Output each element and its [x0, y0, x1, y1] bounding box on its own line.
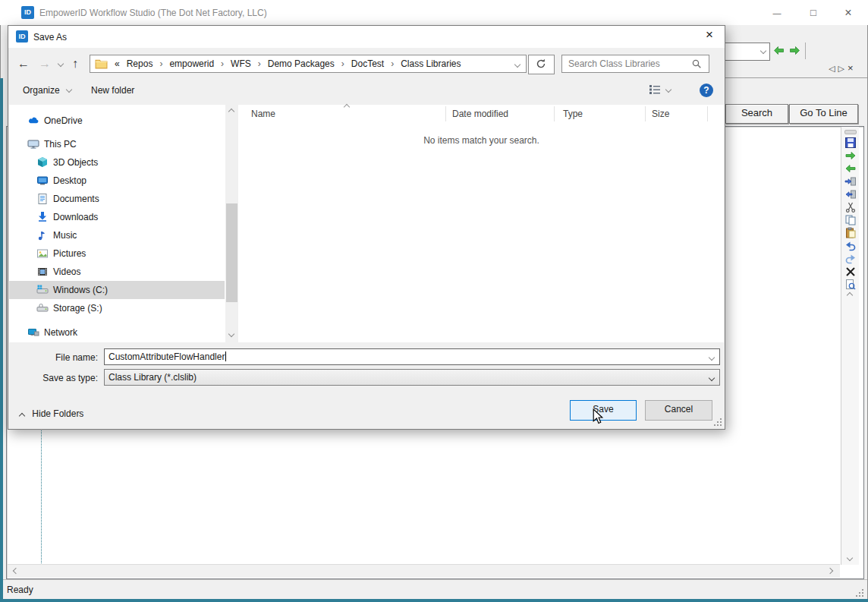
- refresh-icon: [536, 58, 546, 69]
- scrollbar-thumb[interactable]: [226, 203, 237, 302]
- help-button[interactable]: ?: [700, 84, 713, 97]
- nav-back-icon[interactable]: ←: [17, 55, 30, 73]
- scroll-right-icon[interactable]: [827, 568, 833, 574]
- breadcrumb-separator: ›: [391, 58, 394, 69]
- search-input[interactable]: Search Class Libraries: [561, 55, 709, 73]
- file-name-input[interactable]: CustomAttributeFlowHandler: [104, 348, 720, 365]
- organize-button[interactable]: Organize: [23, 85, 71, 96]
- address-dropdown-icon[interactable]: [514, 61, 520, 68]
- save-as-dialog: ID Save As × ← → ↑ « Repos› empowerid› W…: [8, 25, 725, 430]
- scroll-down-icon[interactable]: [228, 331, 234, 337]
- downloads-icon: [36, 211, 49, 223]
- breadcrumb-item[interactable]: Class Libraries: [401, 58, 461, 69]
- chevron-down-icon: [665, 87, 671, 93]
- videos-icon: [36, 266, 49, 278]
- breadcrumb-item[interactable]: Repos: [127, 58, 153, 69]
- sidebar-item-label: This PC: [44, 135, 77, 153]
- resize-grip-icon[interactable]: [854, 588, 864, 597]
- sidebar-item-3d-objects[interactable]: 3D Objects: [9, 153, 225, 172]
- column-header-date-modified[interactable]: Date modified: [452, 109, 508, 119]
- chevron-up-icon: [19, 413, 25, 419]
- column-divider[interactable]: [554, 106, 555, 121]
- save-icon[interactable]: [844, 137, 857, 149]
- new-folder-button[interactable]: New folder: [91, 85, 134, 96]
- navigate-back-icon[interactable]: [772, 45, 785, 58]
- sidebar-item-onedrive[interactable]: OneDrive: [9, 112, 225, 130]
- sidebar-item-downloads[interactable]: Downloads: [9, 208, 225, 226]
- sidebar-item-storage-s[interactable]: Storage (S:): [9, 299, 225, 317]
- back-icon[interactable]: [844, 162, 857, 175]
- search-button[interactable]: Search: [725, 104, 788, 124]
- refresh-button[interactable]: [528, 55, 555, 74]
- goto-definition-icon[interactable]: [844, 175, 857, 188]
- column-header-size[interactable]: Size: [652, 109, 669, 119]
- scroll-down-icon[interactable]: [848, 552, 852, 563]
- app-icon: ID: [21, 6, 34, 19]
- tab-scroll-right-icon[interactable]: ▷: [838, 64, 847, 73]
- sidebar-item-label: OneDrive: [44, 112, 83, 130]
- address-bar[interactable]: « Repos› empowerid› WFS› Demo Packages› …: [90, 55, 527, 73]
- sidebar-item-videos[interactable]: Videos: [9, 263, 225, 281]
- file-name-label: File name:: [8, 352, 98, 363]
- scroll-left-icon[interactable]: [13, 568, 19, 574]
- tab-scroll-left-icon[interactable]: ◁: [829, 64, 838, 73]
- maximize-button[interactable]: □: [802, 4, 825, 22]
- sidebar-item-windows-c[interactable]: Windows (C:): [9, 281, 225, 299]
- scroll-up-icon[interactable]: [848, 289, 852, 300]
- hide-folders-label: Hide Folders: [32, 408, 83, 419]
- sidebar-item-music[interactable]: Music: [9, 226, 225, 244]
- sort-ascending-icon: [344, 104, 350, 110]
- organize-label: Organize: [23, 85, 60, 96]
- dialog-resize-grip-icon[interactable]: [714, 418, 722, 426]
- cut-icon[interactable]: [844, 201, 857, 213]
- close-button[interactable]: ×: [837, 4, 860, 22]
- breadcrumb-item[interactable]: DocTest: [351, 58, 384, 69]
- column-divider[interactable]: [707, 106, 708, 121]
- sidebar-item-desktop[interactable]: Desktop: [9, 172, 225, 190]
- navigate-forward-icon[interactable]: [788, 45, 801, 58]
- app-titlebar: ID EmpowerID Workflow Studio (The Dot Ne…: [0, 0, 868, 25]
- breadcrumb-item[interactable]: empowerid: [169, 58, 214, 69]
- sidebar-item-this-pc[interactable]: This PC: [9, 135, 225, 153]
- goto-line-button[interactable]: Go To Line: [789, 104, 858, 124]
- undo-icon[interactable]: [844, 240, 857, 252]
- hide-folders-button[interactable]: Hide Folders: [20, 408, 83, 419]
- sidebar-item-documents[interactable]: Documents: [9, 190, 225, 208]
- view-options-button[interactable]: [649, 84, 671, 97]
- nav-history-chevron-icon[interactable]: [58, 61, 64, 67]
- editor-horizontal-scrollbar[interactable]: [8, 564, 840, 578]
- cancel-button[interactable]: Cancel: [645, 400, 712, 421]
- breadcrumb-item[interactable]: Demo Packages: [268, 58, 335, 69]
- column-header-type[interactable]: Type: [563, 109, 583, 119]
- breadcrumb-separator: ›: [258, 58, 261, 69]
- bottom-window-edge: [0, 599, 868, 602]
- left-window-edge: [0, 78, 3, 599]
- tab-close-icon[interactable]: ×: [848, 62, 857, 74]
- paste-icon[interactable]: [844, 227, 857, 239]
- redo-icon[interactable]: [844, 253, 857, 265]
- breadcrumb-overflow[interactable]: «: [115, 58, 120, 69]
- column-divider[interactable]: [645, 106, 646, 121]
- forward-icon[interactable]: [844, 150, 857, 162]
- scroll-up-icon[interactable]: [228, 109, 234, 115]
- this-pc-icon: [27, 138, 39, 150]
- music-icon: [36, 229, 49, 241]
- breadcrumb-item[interactable]: WFS: [231, 58, 251, 69]
- save-as-type-select[interactable]: Class Library (*.clslib): [104, 369, 720, 386]
- column-header-name[interactable]: Name: [251, 109, 275, 119]
- chevron-down-icon[interactable]: [709, 355, 715, 361]
- column-divider[interactable]: [445, 106, 446, 121]
- sidebar-item-pictures[interactable]: Pictures: [9, 244, 225, 263]
- dialog-title: Save As: [33, 32, 67, 43]
- app-toolbar-combobox[interactable]: [720, 43, 770, 61]
- storage-drive-icon: [36, 302, 49, 314]
- sidebar-scrollbar[interactable]: [225, 105, 238, 342]
- copy-icon[interactable]: [844, 214, 857, 226]
- dialog-close-icon[interactable]: ×: [706, 27, 713, 43]
- toolbar-grip[interactable]: [844, 130, 857, 134]
- sidebar-item-network[interactable]: Network: [9, 323, 225, 342]
- goto-reference-icon[interactable]: [844, 188, 857, 200]
- delete-icon[interactable]: [844, 266, 857, 278]
- minimize-button[interactable]: —: [766, 4, 788, 22]
- nav-up-icon[interactable]: ↑: [72, 55, 78, 73]
